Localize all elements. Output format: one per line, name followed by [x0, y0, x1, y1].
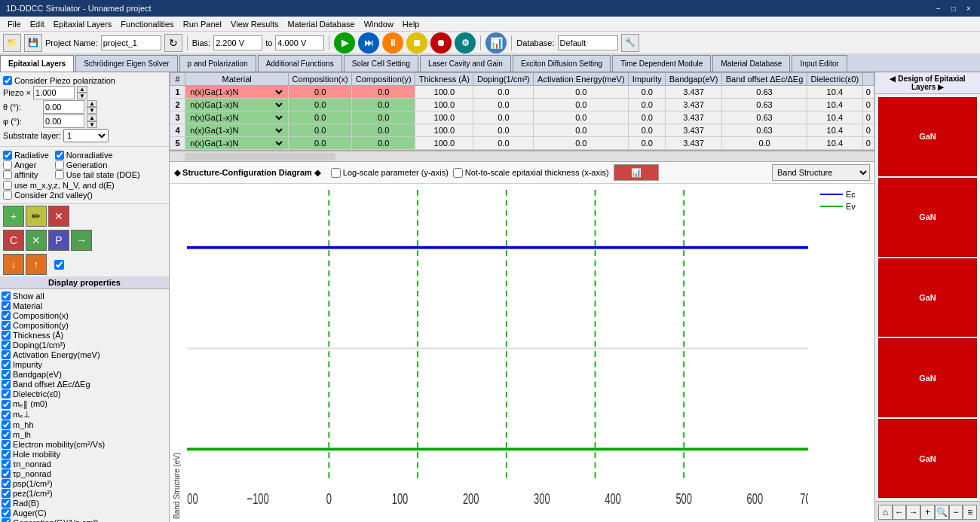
menu-material-database[interactable]: Material Database — [283, 19, 359, 29]
prop-show-all-checkbox[interactable] — [2, 292, 11, 301]
edit-layer-button[interactable]: ✏ — [26, 206, 47, 227]
material-select-1[interactable]: n(x)Ga(1-x)N — [187, 87, 285, 97]
log-scale-checkbox[interactable] — [331, 168, 341, 178]
close-button[interactable]: × — [963, 3, 974, 14]
anger-checkbox[interactable] — [3, 160, 12, 169]
prop-band-offset-checkbox[interactable] — [2, 380, 11, 389]
step-button[interactable]: ⏭ — [358, 32, 379, 53]
bias-to-input[interactable] — [275, 35, 324, 50]
piezo-polarization-checkbox[interactable] — [3, 76, 12, 85]
prop-me-perp-checkbox[interactable] — [2, 411, 11, 420]
pause-button[interactable]: ⏸ — [382, 32, 403, 53]
radiative-checkbox[interactable] — [3, 151, 12, 160]
prop-mhh-checkbox[interactable] — [2, 420, 11, 429]
prop-hole-mob-checkbox[interactable] — [2, 450, 11, 459]
affinity-checkbox[interactable] — [3, 170, 12, 179]
theta-down[interactable]: ▼ — [87, 107, 97, 114]
chart-button[interactable]: 📊 — [485, 32, 507, 53]
tab-exciton-diffusion[interactable]: Exciton Diffusion Setting — [513, 55, 611, 72]
table-cell-material-3[interactable]: n(x)Ga(1-x)N — [185, 111, 289, 124]
piezo-x-down[interactable]: ▼ — [77, 93, 87, 99]
piezo-x-input[interactable] — [33, 86, 75, 99]
stop-button[interactable]: ⏹ — [406, 32, 427, 53]
add-layer-button[interactable]: + — [3, 206, 24, 227]
tab-solar-cell[interactable]: Solar Cell Setting — [344, 55, 418, 72]
prop-comp-x-checkbox[interactable] — [2, 311, 11, 320]
right-nav-settings[interactable]: ≡ — [963, 505, 977, 520]
right-nav-zoom[interactable]: 🔍 — [935, 505, 949, 520]
table-cell-material-2[interactable]: n(x)Ga(1-x)N — [185, 99, 289, 111]
toolbar-open-button[interactable]: 📁 — [3, 34, 21, 52]
arrow-down-button[interactable]: ↑ — [26, 254, 47, 275]
theta-input[interactable] — [43, 100, 84, 114]
menu-view-results[interactable]: View Results — [226, 19, 283, 29]
table-cell-material-1[interactable]: n(x)Ga(1-x)N — [185, 86, 289, 99]
menu-edit[interactable]: Edit — [26, 19, 49, 29]
maximize-button[interactable]: □ — [948, 3, 959, 14]
scrollbar-thumb[interactable] — [185, 153, 335, 160]
not-to-scale-checkbox[interactable] — [453, 168, 463, 178]
piezo-x-up[interactable]: ▲ — [77, 86, 87, 93]
database-input[interactable] — [558, 35, 618, 50]
substrate-layer-select[interactable]: 123 — [63, 129, 109, 142]
right-nav-home[interactable]: ⌂ — [878, 505, 893, 520]
prop-gen-checkbox[interactable] — [2, 518, 11, 522]
settings-button[interactable]: ⚙ — [455, 32, 476, 53]
prop-pez-checkbox[interactable] — [2, 489, 11, 498]
consider-2nd-checkbox[interactable] — [3, 191, 12, 200]
project-name-input[interactable] — [101, 35, 161, 50]
menu-run-panel[interactable]: Run Panel — [179, 19, 226, 29]
prop-mlh-checkbox[interactable] — [2, 430, 11, 439]
prop-dielectric-checkbox[interactable] — [2, 389, 11, 398]
database-settings-button[interactable]: 🔧 — [621, 34, 639, 52]
prop-electron-mob-checkbox[interactable] — [2, 440, 11, 449]
tab-additional-functions[interactable]: Additional Functions — [258, 55, 342, 72]
prop-comp-y-checkbox[interactable] — [2, 321, 11, 330]
prop-doping-checkbox[interactable] — [2, 340, 11, 350]
prop-me-parallel-checkbox[interactable] — [2, 400, 11, 409]
run-button[interactable]: ▶ — [334, 32, 355, 53]
chart-icon-button[interactable]: 📊 — [614, 164, 659, 181]
phi-up[interactable]: ▲ — [87, 114, 97, 121]
tab-laser-cavity[interactable]: Laser Cavity and Gain — [420, 55, 511, 72]
prop-taup-checkbox[interactable] — [2, 469, 11, 478]
record-button[interactable]: ⏺ — [430, 32, 452, 53]
material-select-5[interactable]: n(x)Ga(1-x)N — [187, 138, 285, 148]
x-button[interactable]: ✕ — [26, 230, 47, 251]
use-tail-checkbox[interactable] — [55, 170, 64, 179]
arrow-down-orange-button[interactable]: ↓ — [3, 254, 24, 275]
refresh-button[interactable]: ↻ — [164, 34, 182, 52]
generation-checkbox[interactable] — [55, 160, 64, 169]
arrow-right-button[interactable]: → — [71, 230, 92, 251]
use-m-checkbox[interactable] — [3, 181, 12, 190]
menu-help[interactable]: Help — [398, 19, 424, 29]
tab-polarization[interactable]: p and Polarization — [179, 55, 256, 72]
theta-up[interactable]: ▲ — [87, 100, 97, 107]
minimize-button[interactable]: − — [933, 3, 944, 14]
delete-layer-button[interactable]: ✕ — [48, 206, 69, 227]
layer-checkbox[interactable] — [54, 260, 64, 270]
prop-rad-checkbox[interactable] — [2, 499, 11, 508]
right-nav-zoom-out[interactable]: − — [949, 505, 963, 520]
phi-input[interactable] — [43, 114, 84, 128]
tab-schrodinger[interactable]: Schrödinger Eigen Solver — [75, 55, 177, 72]
right-nav-plus[interactable]: + — [920, 505, 935, 520]
menu-window[interactable]: Window — [360, 19, 398, 29]
prop-act-energy-checkbox[interactable] — [2, 350, 11, 359]
table-cell-material-5[interactable]: n(x)Ga(1-x)N — [185, 137, 289, 150]
menu-functionalities[interactable]: Functionalities — [116, 19, 178, 29]
nonradiative-checkbox[interactable] — [55, 151, 64, 160]
prop-psp-checkbox[interactable] — [2, 479, 11, 488]
table-cell-material-4[interactable]: n(x)Ga(1-x)N — [185, 124, 289, 137]
prop-auger-checkbox[interactable] — [2, 508, 11, 517]
phi-down[interactable]: ▼ — [87, 121, 97, 128]
p-button[interactable]: P — [48, 230, 69, 251]
toolbar-save-button[interactable]: 💾 — [24, 34, 42, 52]
menu-file[interactable]: File — [3, 19, 26, 29]
prop-material-checkbox[interactable] — [2, 301, 11, 310]
right-nav-right[interactable]: → — [906, 505, 920, 520]
horizontal-scrollbar[interactable] — [170, 151, 874, 161]
prop-thickness-checkbox[interactable] — [2, 331, 11, 340]
tab-input-editor[interactable]: Input Editor — [792, 55, 847, 72]
menu-epitaxial-layers[interactable]: Epitaxial Layers — [49, 19, 117, 29]
